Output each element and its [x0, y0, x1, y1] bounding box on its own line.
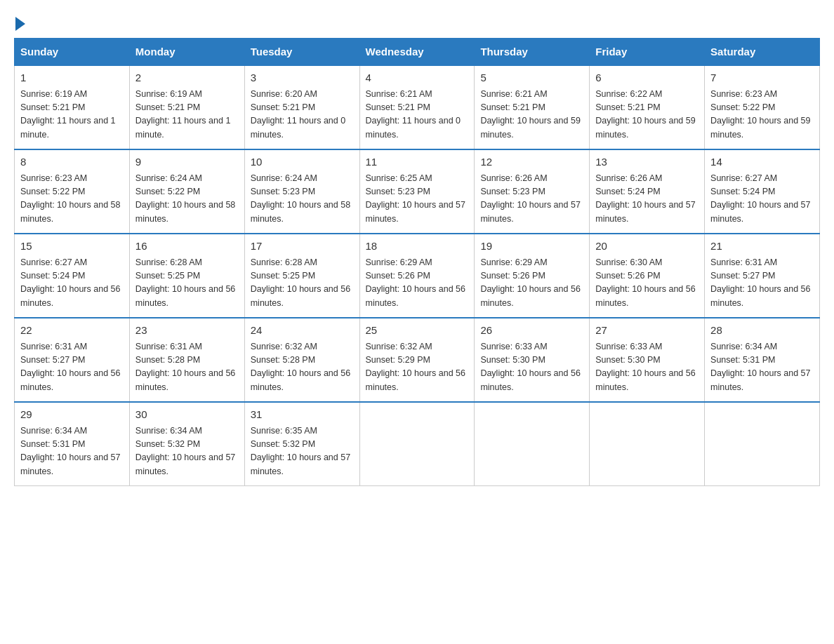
- day-info: Sunrise: 6:23 AMSunset: 5:22 PMDaylight:…: [710, 89, 810, 140]
- calendar-cell: 7Sunrise: 6:23 AMSunset: 5:22 PMDaylight…: [705, 65, 820, 149]
- day-info: Sunrise: 6:23 AMSunset: 5:22 PMDaylight:…: [20, 173, 120, 224]
- calendar-cell: 28Sunrise: 6:34 AMSunset: 5:31 PMDayligh…: [705, 318, 820, 402]
- day-number: 9: [135, 154, 239, 170]
- day-number: 26: [480, 323, 583, 339]
- day-info: Sunrise: 6:24 AMSunset: 5:23 PMDaylight:…: [251, 173, 350, 224]
- day-number: 23: [135, 323, 239, 339]
- day-info: Sunrise: 6:32 AMSunset: 5:28 PMDaylight:…: [251, 342, 350, 392]
- day-number: 28: [710, 323, 814, 339]
- day-number: 12: [480, 154, 583, 170]
- calendar-cell: 12Sunrise: 6:26 AMSunset: 5:23 PMDayligh…: [475, 149, 590, 234]
- day-info: Sunrise: 6:21 AMSunset: 5:21 PMDaylight:…: [366, 89, 461, 140]
- day-info: Sunrise: 6:29 AMSunset: 5:26 PMDaylight:…: [480, 257, 580, 308]
- calendar-cell: 5Sunrise: 6:21 AMSunset: 5:21 PMDaylight…: [475, 65, 590, 149]
- column-header-wednesday: Wednesday: [359, 39, 475, 66]
- day-number: 10: [251, 154, 354, 170]
- day-number: 19: [480, 239, 583, 255]
- day-number: 31: [251, 407, 354, 423]
- day-number: 13: [595, 154, 699, 170]
- day-number: 29: [20, 407, 124, 423]
- day-number: 4: [366, 70, 469, 86]
- day-number: 7: [710, 70, 814, 86]
- day-info: Sunrise: 6:34 AMSunset: 5:31 PMDaylight:…: [710, 342, 810, 392]
- calendar-table: SundayMondayTuesdayWednesdayThursdayFrid…: [14, 38, 820, 486]
- day-info: Sunrise: 6:27 AMSunset: 5:24 PMDaylight:…: [710, 173, 810, 224]
- day-info: Sunrise: 6:26 AMSunset: 5:23 PMDaylight:…: [480, 173, 580, 224]
- calendar-cell: 1Sunrise: 6:19 AMSunset: 5:21 PMDaylight…: [15, 65, 130, 149]
- day-info: Sunrise: 6:35 AMSunset: 5:32 PMDaylight:…: [251, 426, 350, 476]
- calendar-cell: [475, 402, 590, 486]
- day-info: Sunrise: 6:31 AMSunset: 5:27 PMDaylight:…: [20, 342, 120, 392]
- calendar-week-row: 8Sunrise: 6:23 AMSunset: 5:22 PMDaylight…: [15, 149, 820, 234]
- day-info: Sunrise: 6:34 AMSunset: 5:32 PMDaylight:…: [135, 426, 235, 476]
- day-number: 2: [135, 70, 239, 86]
- day-number: 25: [366, 323, 469, 339]
- day-number: 3: [251, 70, 354, 86]
- day-info: Sunrise: 6:26 AMSunset: 5:24 PMDaylight:…: [595, 173, 695, 224]
- calendar-cell: 17Sunrise: 6:28 AMSunset: 5:25 PMDayligh…: [244, 234, 359, 318]
- column-header-monday: Monday: [129, 39, 244, 66]
- day-info: Sunrise: 6:31 AMSunset: 5:27 PMDaylight:…: [710, 257, 810, 308]
- calendar-cell: 21Sunrise: 6:31 AMSunset: 5:27 PMDayligh…: [705, 234, 820, 318]
- day-info: Sunrise: 6:31 AMSunset: 5:28 PMDaylight:…: [135, 342, 235, 392]
- calendar-cell: 16Sunrise: 6:28 AMSunset: 5:25 PMDayligh…: [129, 234, 244, 318]
- day-info: Sunrise: 6:19 AMSunset: 5:21 PMDaylight:…: [20, 89, 116, 140]
- calendar-cell: 22Sunrise: 6:31 AMSunset: 5:27 PMDayligh…: [15, 318, 130, 402]
- day-number: 15: [20, 239, 124, 255]
- calendar-cell: 13Sunrise: 6:26 AMSunset: 5:24 PMDayligh…: [590, 149, 705, 234]
- day-info: Sunrise: 6:29 AMSunset: 5:26 PMDaylight:…: [366, 257, 465, 308]
- calendar-cell: 25Sunrise: 6:32 AMSunset: 5:29 PMDayligh…: [359, 318, 475, 402]
- calendar-header-row: SundayMondayTuesdayWednesdayThursdayFrid…: [15, 39, 820, 66]
- calendar-cell: 8Sunrise: 6:23 AMSunset: 5:22 PMDaylight…: [15, 149, 130, 234]
- calendar-week-row: 1Sunrise: 6:19 AMSunset: 5:21 PMDaylight…: [15, 65, 820, 149]
- logo: [14, 14, 25, 31]
- calendar-cell: [359, 402, 475, 486]
- day-number: 20: [595, 239, 699, 255]
- day-info: Sunrise: 6:25 AMSunset: 5:23 PMDaylight:…: [366, 173, 465, 224]
- day-info: Sunrise: 6:27 AMSunset: 5:24 PMDaylight:…: [20, 257, 120, 308]
- calendar-cell: 26Sunrise: 6:33 AMSunset: 5:30 PMDayligh…: [475, 318, 590, 402]
- calendar-cell: 24Sunrise: 6:32 AMSunset: 5:28 PMDayligh…: [244, 318, 359, 402]
- day-info: Sunrise: 6:30 AMSunset: 5:26 PMDaylight:…: [595, 257, 695, 308]
- calendar-cell: 20Sunrise: 6:30 AMSunset: 5:26 PMDayligh…: [590, 234, 705, 318]
- day-info: Sunrise: 6:19 AMSunset: 5:21 PMDaylight:…: [135, 89, 231, 140]
- column-header-friday: Friday: [590, 39, 705, 66]
- day-info: Sunrise: 6:33 AMSunset: 5:30 PMDaylight:…: [480, 342, 580, 392]
- day-info: Sunrise: 6:24 AMSunset: 5:22 PMDaylight:…: [135, 173, 235, 224]
- calendar-cell: 3Sunrise: 6:20 AMSunset: 5:21 PMDaylight…: [244, 65, 359, 149]
- day-info: Sunrise: 6:34 AMSunset: 5:31 PMDaylight:…: [20, 426, 120, 476]
- day-info: Sunrise: 6:28 AMSunset: 5:25 PMDaylight:…: [251, 257, 350, 308]
- calendar-cell: 23Sunrise: 6:31 AMSunset: 5:28 PMDayligh…: [129, 318, 244, 402]
- calendar-cell: 31Sunrise: 6:35 AMSunset: 5:32 PMDayligh…: [244, 402, 359, 486]
- day-number: 16: [135, 239, 239, 255]
- calendar-cell: 9Sunrise: 6:24 AMSunset: 5:22 PMDaylight…: [129, 149, 244, 234]
- day-number: 24: [251, 323, 354, 339]
- calendar-week-row: 29Sunrise: 6:34 AMSunset: 5:31 PMDayligh…: [15, 402, 820, 486]
- calendar-cell: 29Sunrise: 6:34 AMSunset: 5:31 PMDayligh…: [15, 402, 130, 486]
- calendar-cell: 15Sunrise: 6:27 AMSunset: 5:24 PMDayligh…: [15, 234, 130, 318]
- calendar-cell: 2Sunrise: 6:19 AMSunset: 5:21 PMDaylight…: [129, 65, 244, 149]
- day-number: 1: [20, 70, 124, 86]
- column-header-sunday: Sunday: [15, 39, 130, 66]
- day-number: 6: [595, 70, 699, 86]
- day-number: 30: [135, 407, 239, 423]
- calendar-cell: [590, 402, 705, 486]
- day-number: 27: [595, 323, 699, 339]
- calendar-cell: 10Sunrise: 6:24 AMSunset: 5:23 PMDayligh…: [244, 149, 359, 234]
- calendar-cell: 18Sunrise: 6:29 AMSunset: 5:26 PMDayligh…: [359, 234, 475, 318]
- column-header-thursday: Thursday: [475, 39, 590, 66]
- day-number: 14: [710, 154, 814, 170]
- calendar-cell: 14Sunrise: 6:27 AMSunset: 5:24 PMDayligh…: [705, 149, 820, 234]
- day-number: 8: [20, 154, 124, 170]
- day-number: 18: [366, 239, 469, 255]
- calendar-cell: [705, 402, 820, 486]
- calendar-cell: 4Sunrise: 6:21 AMSunset: 5:21 PMDaylight…: [359, 65, 475, 149]
- day-info: Sunrise: 6:20 AMSunset: 5:21 PMDaylight:…: [251, 89, 346, 140]
- day-info: Sunrise: 6:33 AMSunset: 5:30 PMDaylight:…: [595, 342, 695, 392]
- day-number: 11: [366, 154, 469, 170]
- calendar-cell: 6Sunrise: 6:22 AMSunset: 5:21 PMDaylight…: [590, 65, 705, 149]
- day-number: 22: [20, 323, 124, 339]
- calendar-cell: 19Sunrise: 6:29 AMSunset: 5:26 PMDayligh…: [475, 234, 590, 318]
- logo-arrow-icon: [15, 17, 25, 31]
- day-number: 17: [251, 239, 354, 255]
